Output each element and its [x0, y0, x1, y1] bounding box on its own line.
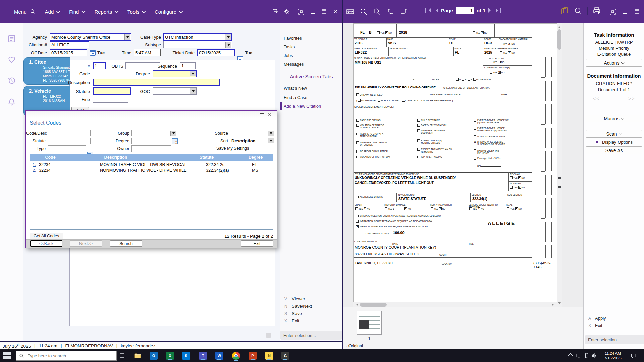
print-icon[interactable] [592, 7, 601, 15]
g-app-icon[interactable]: G [281, 352, 289, 360]
menu-item-find[interactable]: Find [64, 0, 90, 23]
dropdown-arrow-icon[interactable] [268, 131, 274, 136]
task-view-icon[interactable] [118, 352, 126, 361]
dropdown-arrow-icon[interactable] [268, 138, 274, 143]
scroll-right-arrow[interactable] [552, 303, 555, 306]
scrollbar-thumb[interactable] [557, 29, 561, 50]
maximize-icon[interactable] [320, 7, 328, 16]
minimize-icon[interactable] [308, 7, 317, 16]
citation-number-field[interactable]: ALLEIGE [50, 41, 89, 48]
teams-icon[interactable]: T [199, 352, 207, 360]
next-page-icon[interactable] [488, 8, 493, 13]
filter-degree-input[interactable] [131, 138, 171, 144]
powerpoint-icon[interactable]: P [249, 352, 257, 360]
menu-item-tools[interactable]: Tools [123, 0, 150, 23]
page-number-input[interactable] [456, 7, 474, 14]
search-document-icon[interactable] [574, 7, 583, 15]
favorites-heart-icon[interactable] [7, 55, 16, 65]
sequence-field[interactable]: 1 [180, 62, 196, 69]
logoff-icon[interactable] [271, 7, 280, 16]
fullscreen-icon[interactable] [297, 7, 306, 16]
ticket-date-field[interactable]: 07/15/2025 [197, 49, 235, 56]
calendar-icon[interactable] [90, 50, 96, 56]
search-button[interactable]: Search [110, 240, 142, 247]
fullscreen-icon[interactable] [608, 7, 617, 16]
rotate-right-icon[interactable] [399, 7, 408, 16]
gear-icon[interactable] [282, 7, 291, 16]
grid-header-description[interactable]: Description [89, 155, 143, 160]
sidebar-tab-add-new-citation[interactable]: Add a New Citation [284, 104, 321, 109]
save-my-settings-checkbox[interactable] [210, 146, 214, 150]
goc-combo[interactable] [153, 87, 197, 95]
filter-code-desc-input[interactable] [48, 130, 91, 136]
menu-item-add[interactable]: Add [40, 0, 65, 23]
sidebar-tab-whats-new[interactable]: What's New [284, 86, 307, 91]
tray-volume-icon[interactable] [591, 353, 597, 360]
tray-display-icon[interactable] [576, 353, 582, 360]
macros-button[interactable]: Macros [586, 115, 642, 122]
sticky-notes-icon[interactable]: N [265, 352, 273, 360]
menu-item-reports[interactable]: Reports [90, 0, 123, 23]
fine-field[interactable] [93, 96, 128, 103]
scan-button[interactable]: Scan [586, 130, 642, 138]
filter-owner-input[interactable] [131, 145, 171, 152]
scroll-up-arrow[interactable] [558, 25, 561, 28]
page-thumbnail[interactable] [357, 311, 382, 335]
maximize-icon[interactable] [633, 7, 641, 16]
dialog-titlebar[interactable] [26, 111, 277, 118]
copy-pages-icon[interactable] [560, 7, 569, 15]
exit-shortcut[interactable]: Exit [595, 323, 602, 328]
minimize-icon[interactable] [621, 7, 629, 16]
filter-source-combo[interactable] [230, 130, 274, 136]
action-center-icon[interactable] [631, 353, 637, 360]
rotate-left-icon[interactable] [386, 7, 395, 16]
filter-sort-combo[interactable]: Description [230, 138, 274, 144]
file-explorer-icon[interactable] [133, 352, 142, 361]
back-button[interactable]: <<Back [30, 240, 62, 247]
enter-selection-input[interactable]: Enter selection... [280, 331, 342, 340]
chrome-icon[interactable] [232, 352, 240, 360]
get-all-codes-button[interactable]: Get All Codes [30, 233, 63, 239]
fit-width-icon[interactable] [346, 7, 355, 16]
scroll-down-arrow[interactable] [558, 302, 561, 306]
agency-combo[interactable]: Monroe County Sheriff's Office [50, 33, 131, 41]
exit-button[interactable]: Exit [241, 240, 273, 247]
filter-statute-input[interactable] [48, 138, 91, 144]
enter-selection-input[interactable]: Enter selection... [585, 335, 644, 344]
previous-page-icon[interactable] [434, 8, 438, 13]
previous-document-button[interactable]: << [593, 96, 600, 101]
dialog-close-icon[interactable] [268, 112, 272, 117]
sidebar-item-favorites[interactable]: Favorites [284, 36, 302, 41]
taskbar-clock[interactable]: 11:24 AM 7/16/2025 [600, 351, 626, 360]
scroll-left-arrow[interactable] [355, 303, 358, 306]
notes-icon[interactable] [7, 34, 16, 44]
tray-chevron-up-icon[interactable] [568, 353, 573, 359]
save-as-button[interactable]: Save As [586, 146, 642, 154]
grid-header-statute[interactable]: Statute [180, 155, 233, 160]
filter-type-input[interactable] [48, 145, 86, 152]
word-icon[interactable]: W [215, 352, 223, 360]
sidebar-item-tasks[interactable]: Tasks [284, 44, 295, 49]
description-field[interactable] [93, 79, 220, 86]
excel-icon[interactable]: X [166, 352, 174, 360]
tray-phone-icon[interactable] [584, 353, 590, 360]
grid-header-code[interactable]: Code [37, 155, 64, 160]
outlook-icon[interactable]: O [150, 352, 158, 360]
shortcut-viewer[interactable]: Viewer [292, 296, 305, 301]
zoom-in-icon[interactable] [359, 7, 368, 16]
display-options-checkbox[interactable] [595, 140, 599, 144]
horizontal-scrollbar[interactable] [353, 302, 557, 307]
shortcut-save[interactable]: Save [292, 311, 302, 316]
next-button[interactable]: Next>> [70, 240, 102, 247]
case-type-combo[interactable]: UTC Infraction [163, 33, 232, 41]
first-page-icon[interactable] [425, 8, 431, 13]
dropdown-arrow-icon[interactable] [225, 42, 231, 48]
scrollbar-thumb[interactable] [360, 303, 387, 307]
grid-row[interactable]: 2. 32234 NONMOVING TRAFFIC VIOL - DRIVE … [30, 168, 273, 175]
menu-item-configure[interactable]: Configure [150, 0, 187, 23]
filter-group-combo[interactable] [131, 130, 177, 136]
vertical-scrollbar[interactable] [557, 23, 562, 307]
dropdown-arrow-icon[interactable] [190, 71, 196, 76]
lookup-icon[interactable] [172, 138, 178, 144]
actions-button[interactable]: Actions [586, 59, 642, 67]
